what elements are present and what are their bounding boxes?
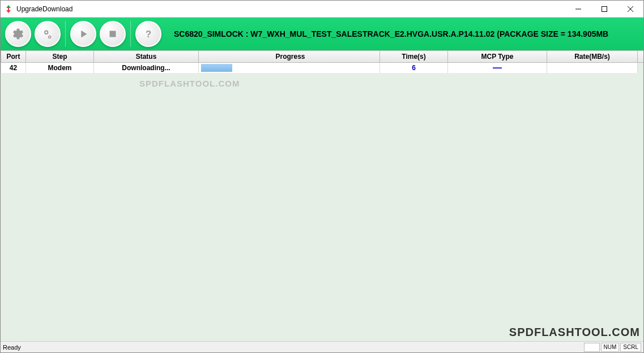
cell-port: 42 [1,63,26,73]
titlebar: UpgradeDownload [1,1,643,18]
statusbar: Ready NUM SCRL [1,341,643,352]
table-body: 42 Modem Downloading... 6 — SPDFLASHTOOL… [1,63,643,341]
svg-text:?: ? [146,29,151,39]
header-port[interactable]: Port [1,50,26,63]
close-button[interactable] [617,1,643,18]
main-area: Port Step Status Progress Time(s) MCP Ty… [1,50,643,341]
cell-progress [199,63,380,73]
help-button[interactable]: ? [135,21,161,47]
table-header: Port Step Status Progress Time(s) MCP Ty… [1,50,643,63]
package-info-bar: SC6820_SIMLOCK : W7_WXH_MUL_TEST_SALESTR… [168,24,639,44]
start-button[interactable] [70,21,96,47]
toolbar-group-help: ? [135,21,161,47]
toolbar-divider-1 [65,21,66,47]
header-rate[interactable]: Rate(MB/s) [547,50,638,63]
toolbar-group-settings [5,21,61,47]
svg-rect-1 [602,6,607,11]
status-indicators: NUM SCRL [584,343,641,352]
table-row[interactable]: 42 Modem Downloading... 6 — [1,63,643,73]
settings-button[interactable] [5,21,31,47]
header-time[interactable]: Time(s) [380,50,448,63]
packet-settings-button[interactable] [35,21,61,47]
stop-button[interactable] [100,21,126,47]
header-status[interactable]: Status [94,50,199,63]
minimize-button[interactable] [565,1,591,18]
maximize-button[interactable] [591,1,617,18]
progress-bar [201,64,232,72]
app-icon [4,5,13,14]
watermark-corner: SPDFLASHTOOL.COM [509,326,640,339]
header-mcp[interactable]: MCP Type [448,50,547,63]
app-window: UpgradeDownload [0,0,644,353]
cell-rate [547,63,638,73]
header-spacer [638,50,643,63]
status-scrl: SCRL [620,343,641,352]
status-ready: Ready [3,344,584,351]
status-blank-1 [584,343,600,352]
toolbar-group-playback [70,21,126,47]
toolbar-divider-2 [130,21,131,47]
window-controls [565,1,643,18]
cell-mcp: — [448,63,547,73]
window-title: UpgradeDownload [16,5,565,13]
header-progress[interactable]: Progress [199,50,380,63]
cell-time: 6 [380,63,448,73]
header-step[interactable]: Step [26,50,94,63]
package-info-text: SC6820_SIMLOCK : W7_WXH_MUL_TEST_SALESTR… [174,29,608,38]
watermark-center: SPDFLASHTOOL.COM [139,79,240,88]
cell-step: Modem [26,63,94,73]
toolbar: ? SC6820_SIMLOCK : W7_WXH_MUL_TEST_SALES… [1,18,643,50]
status-num: NUM [601,343,620,352]
svg-rect-4 [110,31,116,37]
cell-status: Downloading... [94,63,199,73]
